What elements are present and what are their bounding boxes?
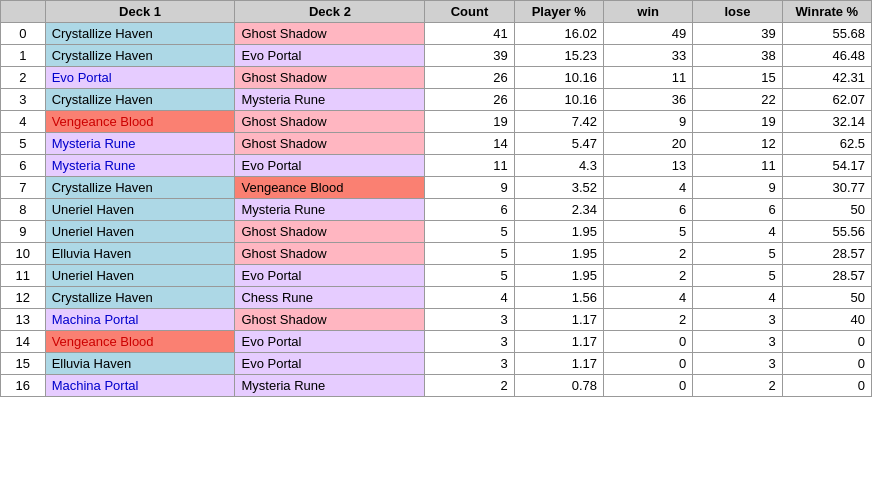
- table-row: 15Elluvia HavenEvo Portal31.17030: [1, 353, 872, 375]
- winrate-cell: 55.68: [782, 23, 871, 45]
- col-header-3: Count: [425, 1, 514, 23]
- win-cell: 5: [603, 221, 692, 243]
- player_pct-cell: 1.95: [514, 221, 603, 243]
- win-cell: 2: [603, 265, 692, 287]
- lose-cell: 19: [693, 111, 782, 133]
- table-row: 13Machina PortalGhost Shadow31.172340: [1, 309, 872, 331]
- count-cell: 39: [425, 45, 514, 67]
- lose-cell: 5: [693, 265, 782, 287]
- deck1-cell: Vengeance Blood: [45, 111, 235, 133]
- row-index: 0: [1, 23, 46, 45]
- row-index: 2: [1, 67, 46, 89]
- player_pct-cell: 15.23: [514, 45, 603, 67]
- player_pct-cell: 1.17: [514, 331, 603, 353]
- table-row: 10Elluvia HavenGhost Shadow51.952528.57: [1, 243, 872, 265]
- deck1-cell: Machina Portal: [45, 375, 235, 397]
- lose-cell: 3: [693, 331, 782, 353]
- player_pct-cell: 1.17: [514, 353, 603, 375]
- winrate-cell: 62.5: [782, 133, 871, 155]
- deck1-cell: Elluvia Haven: [45, 353, 235, 375]
- table-row: 4Vengeance BloodGhost Shadow197.4291932.…: [1, 111, 872, 133]
- win-cell: 36: [603, 89, 692, 111]
- deck2-cell: Mysteria Rune: [235, 375, 425, 397]
- player_pct-cell: 10.16: [514, 67, 603, 89]
- count-cell: 6: [425, 199, 514, 221]
- deck1-cell: Elluvia Haven: [45, 243, 235, 265]
- player_pct-cell: 1.56: [514, 287, 603, 309]
- lose-cell: 15: [693, 67, 782, 89]
- deck1-cell: Crystallize Haven: [45, 177, 235, 199]
- count-cell: 5: [425, 243, 514, 265]
- player_pct-cell: 2.34: [514, 199, 603, 221]
- deck2-cell: Vengeance Blood: [235, 177, 425, 199]
- deck1-cell: Mysteria Rune: [45, 133, 235, 155]
- deck2-cell: Evo Portal: [235, 155, 425, 177]
- deck1-cell: Evo Portal: [45, 67, 235, 89]
- lose-cell: 4: [693, 221, 782, 243]
- win-cell: 11: [603, 67, 692, 89]
- winrate-cell: 32.14: [782, 111, 871, 133]
- lose-cell: 3: [693, 309, 782, 331]
- table-row: 9Uneriel HavenGhost Shadow51.955455.56: [1, 221, 872, 243]
- winrate-cell: 42.31: [782, 67, 871, 89]
- win-cell: 9: [603, 111, 692, 133]
- win-cell: 33: [603, 45, 692, 67]
- winrate-cell: 0: [782, 375, 871, 397]
- deck1-cell: Uneriel Haven: [45, 265, 235, 287]
- count-cell: 2: [425, 375, 514, 397]
- player_pct-cell: 1.95: [514, 243, 603, 265]
- count-cell: 26: [425, 67, 514, 89]
- count-cell: 9: [425, 177, 514, 199]
- win-cell: 4: [603, 177, 692, 199]
- player_pct-cell: 7.42: [514, 111, 603, 133]
- count-cell: 41: [425, 23, 514, 45]
- deck2-cell: Ghost Shadow: [235, 309, 425, 331]
- win-cell: 4: [603, 287, 692, 309]
- matchup-table: Deck 1Deck 2CountPlayer %winloseWinrate …: [0, 0, 872, 397]
- win-cell: 49: [603, 23, 692, 45]
- winrate-cell: 30.77: [782, 177, 871, 199]
- winrate-cell: 28.57: [782, 265, 871, 287]
- row-index: 15: [1, 353, 46, 375]
- lose-cell: 11: [693, 155, 782, 177]
- table-row: 1Crystallize HavenEvo Portal3915.2333384…: [1, 45, 872, 67]
- winrate-cell: 62.07: [782, 89, 871, 111]
- row-index: 6: [1, 155, 46, 177]
- row-index: 8: [1, 199, 46, 221]
- deck2-cell: Ghost Shadow: [235, 23, 425, 45]
- table-row: 16Machina PortalMysteria Rune20.78020: [1, 375, 872, 397]
- lose-cell: 12: [693, 133, 782, 155]
- lose-cell: 5: [693, 243, 782, 265]
- deck2-cell: Evo Portal: [235, 353, 425, 375]
- deck1-cell: Crystallize Haven: [45, 23, 235, 45]
- player_pct-cell: 0.78: [514, 375, 603, 397]
- lose-cell: 3: [693, 353, 782, 375]
- win-cell: 6: [603, 199, 692, 221]
- winrate-cell: 40: [782, 309, 871, 331]
- deck2-cell: Ghost Shadow: [235, 133, 425, 155]
- deck2-cell: Ghost Shadow: [235, 67, 425, 89]
- player_pct-cell: 1.95: [514, 265, 603, 287]
- win-cell: 2: [603, 309, 692, 331]
- row-index: 13: [1, 309, 46, 331]
- row-index: 10: [1, 243, 46, 265]
- deck2-cell: Ghost Shadow: [235, 243, 425, 265]
- player_pct-cell: 5.47: [514, 133, 603, 155]
- deck1-cell: Vengeance Blood: [45, 331, 235, 353]
- deck1-cell: Crystallize Haven: [45, 287, 235, 309]
- deck1-cell: Mysteria Rune: [45, 155, 235, 177]
- deck1-cell: Crystallize Haven: [45, 45, 235, 67]
- deck2-cell: Evo Portal: [235, 331, 425, 353]
- table-row: 2Evo PortalGhost Shadow2610.16111542.31: [1, 67, 872, 89]
- table-row: 7Crystallize HavenVengeance Blood93.5249…: [1, 177, 872, 199]
- deck2-cell: Ghost Shadow: [235, 111, 425, 133]
- table-row: 14Vengeance BloodEvo Portal31.17030: [1, 331, 872, 353]
- col-header-5: win: [603, 1, 692, 23]
- win-cell: 20: [603, 133, 692, 155]
- deck2-cell: Mysteria Rune: [235, 89, 425, 111]
- table-row: 3Crystallize HavenMysteria Rune2610.1636…: [1, 89, 872, 111]
- col-header-1: Deck 1: [45, 1, 235, 23]
- deck1-cell: Uneriel Haven: [45, 221, 235, 243]
- deck2-cell: Ghost Shadow: [235, 221, 425, 243]
- row-index: 1: [1, 45, 46, 67]
